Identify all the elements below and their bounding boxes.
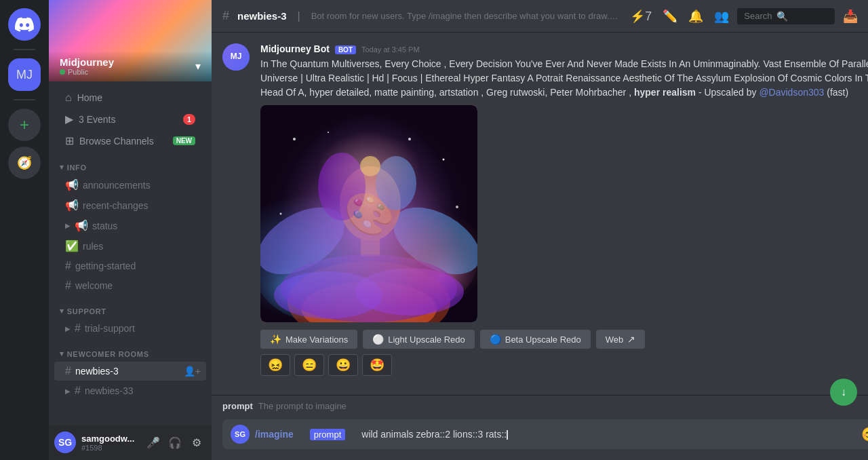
section-info-title: INFO — [67, 164, 87, 172]
channel-label-status: status — [92, 221, 117, 231]
beta-upscale-redo-button[interactable]: 🔵 Beta Upscale Redo — [480, 330, 591, 349]
events-icon: ▶ — [65, 113, 73, 126]
members-icon[interactable]: 👥 — [711, 6, 732, 26]
user-add-icon: 👤+ — [184, 366, 201, 377]
channel-icon-rules: ✅ — [65, 239, 79, 252]
channel-item-announcements[interactable]: 📢 announcements — [54, 175, 206, 195]
search-bar[interactable]: Search 🔍 — [737, 8, 835, 24]
icon-bar-divider-2 — [14, 99, 35, 100]
message-time: Today at 3:45 PM — [361, 45, 420, 54]
light-upscale-redo-button[interactable]: ⚪ Light Upscale Redo — [363, 330, 474, 349]
channel-icon-newbies-3: # — [65, 365, 71, 377]
svg-point-5 — [355, 214, 477, 309]
channel-icon-announcements: 📢 — [65, 178, 79, 191]
headphone-button[interactable]: 🎧 — [165, 433, 184, 452]
sidebar-item-events[interactable]: ▶ 3 Events 1 — [54, 109, 206, 130]
header-divider: | — [298, 10, 300, 22]
input-wrapper[interactable]: SG /imagine prompt wild animals zebra::2… — [222, 419, 868, 449]
make-variations-button[interactable]: ✨ Make Variations — [260, 330, 357, 349]
server-info: Midjourney Public — [60, 56, 114, 76]
channel-label-recent-changes: recent-changes — [83, 200, 149, 211]
svg-point-8 — [260, 193, 356, 288]
members-count-icon[interactable]: ⚡7 — [627, 6, 654, 26]
mention-davidson303[interactable]: @Davidson303 — [759, 87, 824, 98]
svg-point-3 — [274, 159, 464, 322]
threads-icon[interactable]: ✏️ — [660, 6, 680, 26]
reaction-angry[interactable]: 😖 — [260, 354, 290, 376]
input-avatar-initials: SG — [235, 430, 245, 438]
server-icon-midjourney[interactable]: MJ — [8, 58, 41, 91]
user-info: samgoodw... #1598 — [81, 434, 138, 452]
prompt-description: The prompt to imagine — [258, 401, 347, 411]
message-content: Midjourney Bot BOT Today at 3:45 PM In T… — [260, 43, 868, 376]
expand-arrow-trial: ▶ — [65, 325, 71, 332]
message-suffix: (fast) — [827, 87, 848, 98]
settings-button[interactable]: ⚙ — [187, 433, 206, 452]
section-collapse-icon-newcomer: ▾ — [60, 349, 64, 358]
server-header-content: Midjourney Public ▾ — [49, 51, 212, 81]
channel-icon-welcome: # — [65, 280, 71, 292]
ai-generated-image[interactable] — [260, 105, 477, 322]
microphone-button[interactable]: 🎤 — [144, 433, 163, 452]
section-collapse-icon-support: ▾ — [60, 307, 64, 315]
reaction-happy[interactable]: 😀 — [328, 354, 358, 376]
discord-logo[interactable] — [8, 8, 41, 41]
chat-header: # newbies-3 | Bot room for new users. Ty… — [212, 0, 868, 33]
notifications-icon[interactable]: 🔔 — [686, 6, 706, 26]
icon-bar-divider — [14, 49, 35, 50]
user-discriminator: #1598 — [81, 444, 138, 452]
chat-messages: MJ Midjourney Bot BOT Today at 3:45 PM I… — [212, 33, 868, 395]
beta-upscale-icon: 🔵 — [490, 334, 501, 345]
input-avatar: SG — [231, 425, 250, 444]
channel-item-recent-changes[interactable]: 📢 recent-changes — [54, 195, 206, 215]
channel-label-getting-started: getting-started — [75, 261, 136, 271]
channel-icon-recent-changes: 📢 — [65, 199, 79, 212]
input-text-value: wild animals zebra::2 lions::3 rats:: — [361, 429, 856, 440]
sidebar-item-home[interactable]: ⌂ Home — [54, 88, 206, 108]
channel-item-trial-support[interactable]: ▶ # trial-support — [54, 319, 206, 338]
search-placeholder: Search — [744, 11, 772, 21]
sidebar-item-browse[interactable]: ⊞ Browse Channels NEW — [54, 130, 206, 151]
upscaled-separator: - Upscaled by — [698, 87, 759, 98]
web-button[interactable]: Web ↗ — [596, 330, 646, 349]
channel-icon-trial-support: # — [75, 322, 81, 334]
explore-button[interactable]: 🧭 — [8, 147, 41, 179]
svg-point-22 — [274, 271, 382, 319]
section-newcomer-title: NEWCOMER ROOMS — [67, 350, 149, 358]
channel-item-newbies-3[interactable]: # newbies-3 👤+ — [54, 362, 206, 381]
image-container — [260, 105, 477, 322]
scroll-to-bottom-button[interactable]: ↓ — [830, 379, 857, 406]
reaction-wow[interactable]: 🤩 — [362, 354, 392, 376]
svg-point-20 — [408, 138, 411, 140]
section-header-info[interactable]: ▾ INFO — [49, 152, 212, 174]
add-icon: + — [20, 115, 29, 134]
inbox-icon[interactable]: 📥 — [840, 6, 861, 26]
channel-icon-newbies-33: # — [75, 385, 81, 397]
channel-item-rules[interactable]: ✅ rules — [54, 236, 206, 256]
input-command: /imagine — [255, 429, 294, 440]
make-variations-icon: ✨ — [270, 334, 281, 345]
chevron-down-icon[interactable]: ▾ — [195, 60, 201, 73]
svg-point-21 — [281, 254, 457, 322]
channel-label-newbies-33: newbies-33 — [85, 385, 134, 396]
channel-item-welcome[interactable]: # welcome — [54, 276, 206, 295]
message: MJ Midjourney Bot BOT Today at 3:45 PM I… — [222, 43, 868, 376]
input-bar: SG /imagine prompt wild animals zebra::2… — [212, 419, 868, 460]
svg-point-9 — [382, 193, 477, 288]
section-header-support[interactable]: ▾ SUPPORT — [49, 296, 212, 318]
add-server-button[interactable]: + — [8, 109, 41, 141]
channel-item-getting-started[interactable]: # getting-started — [54, 256, 206, 275]
server-sidebar: Midjourney Public ▾ ⌂ Home ▶ 3 Events 1 … — [49, 0, 212, 460]
server-status: Public — [60, 68, 114, 76]
main-area: # newbies-3 | Bot room for new users. Ty… — [212, 0, 868, 460]
reaction-neutral[interactable]: 😑 — [294, 354, 324, 376]
channel-label-trial-support: trial-support — [85, 323, 135, 334]
svg-point-17 — [456, 206, 458, 208]
channel-name-header: newbies-3 — [237, 10, 287, 22]
emoji-picker-button[interactable]: 😊 — [861, 426, 868, 442]
section-support-title: SUPPORT — [67, 307, 106, 315]
section-header-newcomer[interactable]: ▾ NEWCOMER ROOMS — [49, 339, 212, 361]
user-controls: 🎤 🎧 ⚙ — [144, 433, 206, 452]
channel-item-status[interactable]: ▶ 📢 status — [54, 216, 206, 235]
channel-item-newbies-33[interactable]: ▶ # newbies-33 — [54, 381, 206, 400]
